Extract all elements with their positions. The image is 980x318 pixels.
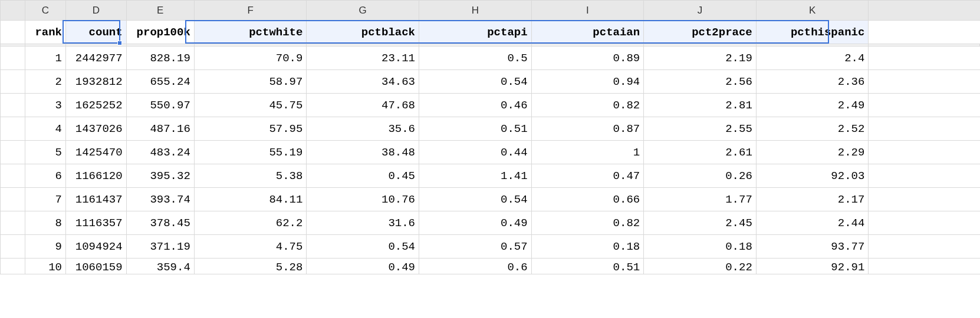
cell[interactable]: 0.66 xyxy=(531,188,644,211)
corner-stub[interactable] xyxy=(1,1,25,21)
cell[interactable]: 23.11 xyxy=(307,47,419,70)
cell[interactable]: 655.24 xyxy=(126,70,194,94)
cell[interactable]: 0.51 xyxy=(419,117,532,141)
table-row[interactable]: 5 1425470 483.24 55.19 38.48 0.44 1 2.61… xyxy=(1,141,980,164)
cell[interactable]: 58.97 xyxy=(194,70,307,94)
cell[interactable]: 2.17 xyxy=(756,188,869,211)
cell[interactable]: 1161437 xyxy=(66,188,127,211)
cell[interactable]: 2.55 xyxy=(644,117,757,141)
cell[interactable]: 550.97 xyxy=(126,94,194,117)
cell[interactable]: 62.2 xyxy=(194,211,307,235)
cell[interactable]: 38.48 xyxy=(307,141,419,164)
cell[interactable]: 371.19 xyxy=(126,235,194,259)
cell-stub[interactable] xyxy=(1,259,25,274)
cell-stub[interactable] xyxy=(1,235,25,259)
cell[interactable]: 7 xyxy=(25,188,65,211)
cell[interactable]: 2.81 xyxy=(644,94,757,117)
cell-stub[interactable] xyxy=(1,164,25,188)
field-count[interactable]: count xyxy=(66,21,127,44)
cell[interactable]: 0.82 xyxy=(531,94,644,117)
cell[interactable]: 1.41 xyxy=(419,164,532,188)
cell[interactable]: 70.9 xyxy=(194,47,307,70)
cell[interactable]: 2.44 xyxy=(756,211,869,235)
col-header-C[interactable]: C xyxy=(25,1,65,21)
table-row[interactable]: 1 2442977 828.19 70.9 23.11 0.5 0.89 2.1… xyxy=(1,47,980,70)
cell[interactable]: 34.63 xyxy=(307,70,419,94)
cell[interactable]: 57.95 xyxy=(194,117,307,141)
cell[interactable]: 10 xyxy=(25,259,65,274)
cell[interactable]: 1932812 xyxy=(66,70,127,94)
col-header-filler[interactable] xyxy=(869,1,980,21)
spreadsheet-grid[interactable]: C D E F G H I J K rank count prop100k pc… xyxy=(0,0,980,274)
field-pctblack[interactable]: pctblack xyxy=(307,21,419,44)
column-header-row[interactable]: C D E F G H I J K xyxy=(1,1,980,21)
cell[interactable]: 31.6 xyxy=(307,211,419,235)
col-header-D[interactable]: D xyxy=(66,1,127,21)
cell[interactable]: 1116357 xyxy=(66,211,127,235)
cell[interactable]: 0.18 xyxy=(644,235,757,259)
field-pctaian[interactable]: pctaian xyxy=(531,21,644,44)
cell[interactable]: 0.49 xyxy=(419,211,532,235)
cell-stub[interactable] xyxy=(1,188,25,211)
cell[interactable]: 0.94 xyxy=(531,70,644,94)
cell-stub[interactable] xyxy=(1,47,25,70)
cell[interactable]: 378.45 xyxy=(126,211,194,235)
cell[interactable]: 0.51 xyxy=(531,259,644,274)
cell[interactable]: 9 xyxy=(25,235,65,259)
cell[interactable]: 395.32 xyxy=(126,164,194,188)
cell-stub[interactable] xyxy=(1,117,25,141)
cell[interactable]: 0.6 xyxy=(419,259,532,274)
cell[interactable]: 55.19 xyxy=(194,141,307,164)
table-row[interactable]: 7 1161437 393.74 84.11 10.76 0.54 0.66 1… xyxy=(1,188,980,211)
cell[interactable]: 1437026 xyxy=(66,117,127,141)
table-row[interactable]: 8 1116357 378.45 62.2 31.6 0.49 0.82 2.4… xyxy=(1,211,980,235)
cell[interactable]: 1625252 xyxy=(66,94,127,117)
col-header-E[interactable]: E xyxy=(126,1,194,21)
cell[interactable]: 2.19 xyxy=(644,47,757,70)
field-pctapi[interactable]: pctapi xyxy=(419,21,532,44)
cell-filler[interactable] xyxy=(869,70,980,94)
col-header-J[interactable]: J xyxy=(644,1,757,21)
cell[interactable]: 0.18 xyxy=(531,235,644,259)
cell-filler[interactable] xyxy=(869,141,980,164)
cell[interactable]: 1.77 xyxy=(644,188,757,211)
field-pct2prace[interactable]: pct2prace xyxy=(644,21,757,44)
cell[interactable]: 0.82 xyxy=(531,211,644,235)
cell[interactable]: 393.74 xyxy=(126,188,194,211)
field-rank[interactable]: rank xyxy=(25,21,65,44)
table-row[interactable]: 3 1625252 550.97 45.75 47.68 0.46 0.82 2… xyxy=(1,94,980,117)
cell[interactable]: 2 xyxy=(25,70,65,94)
field-pcthispanic[interactable]: pcthispanic xyxy=(756,21,869,44)
table-row[interactable]: 2 1932812 655.24 58.97 34.63 0.54 0.94 2… xyxy=(1,70,980,94)
col-header-F[interactable]: F xyxy=(194,1,307,21)
cell[interactable]: 2442977 xyxy=(66,47,127,70)
cell[interactable]: 2.61 xyxy=(644,141,757,164)
cell[interactable]: 1 xyxy=(531,141,644,164)
cell[interactable]: 1425470 xyxy=(66,141,127,164)
cell[interactable]: 45.75 xyxy=(194,94,307,117)
field-prop100k[interactable]: prop100k xyxy=(126,21,194,44)
cell-stub[interactable] xyxy=(1,211,25,235)
cell[interactable]: 0.22 xyxy=(644,259,757,274)
table-row[interactable]: 10 1060159 359.4 5.28 0.49 0.6 0.51 0.22… xyxy=(1,259,980,274)
cell[interactable]: 483.24 xyxy=(126,141,194,164)
cell-stub[interactable] xyxy=(1,141,25,164)
cell[interactable]: 2.29 xyxy=(756,141,869,164)
cell[interactable]: 828.19 xyxy=(126,47,194,70)
cell-filler[interactable] xyxy=(869,164,980,188)
cell[interactable]: 2.56 xyxy=(644,70,757,94)
cell[interactable]: 47.68 xyxy=(307,94,419,117)
cell-filler[interactable] xyxy=(869,235,980,259)
cell[interactable]: 92.03 xyxy=(756,164,869,188)
cell[interactable]: 0.47 xyxy=(531,164,644,188)
cell-filler[interactable] xyxy=(869,259,980,274)
cell[interactable]: 0.5 xyxy=(419,47,532,70)
cell[interactable]: 2.4 xyxy=(756,47,869,70)
cell[interactable]: 2.52 xyxy=(756,117,869,141)
cell[interactable]: 2.45 xyxy=(644,211,757,235)
col-header-G[interactable]: G xyxy=(307,1,419,21)
cell[interactable]: 1166120 xyxy=(66,164,127,188)
cell[interactable]: 6 xyxy=(25,164,65,188)
cell[interactable]: 4 xyxy=(25,117,65,141)
cell[interactable]: 2.49 xyxy=(756,94,869,117)
